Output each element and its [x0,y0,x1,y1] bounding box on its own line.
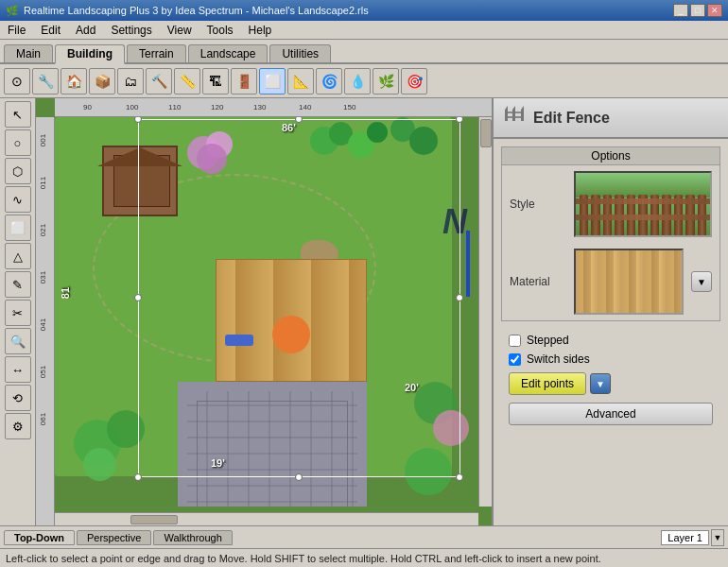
maximize-button[interactable]: □ [690,4,705,17]
titlebar-controls[interactable]: _ □ ✕ [673,4,722,17]
layer-dropdown[interactable]: ▼ [711,529,724,546]
tab-main[interactable]: Main [4,44,53,62]
tool-house[interactable]: 🏠 [61,68,87,94]
selection-dot-ml[interactable] [134,294,142,301]
tool-edit[interactable]: 🔧 [32,68,59,94]
canvas-container[interactable]: 90 100 110 120 130 140 150 001 011 021 0… [36,98,492,525]
tabbar: Main Building Terrain Landscape Utilitie… [0,40,728,64]
tool-select[interactable]: ⊙ [4,68,30,94]
tool-arrow[interactable]: ↖ [5,101,31,128]
selection-dot-mr[interactable] [456,294,463,301]
right-panel: Edit Fence Options Style [492,98,728,525]
selection-dot-bl[interactable] [134,473,142,481]
tool-measure[interactable]: 📏 [174,68,200,94]
tab-walkthrough[interactable]: Walkthrough [153,530,232,545]
style-preview[interactable] [574,171,712,237]
tool-move[interactable]: ↔ [5,356,31,383]
tool-door[interactable]: 🚪 [231,68,257,94]
selection-dot-tr[interactable] [456,117,463,123]
material-dropdown[interactable]: ▼ [691,271,712,292]
tool-target[interactable]: 🎯 [401,68,427,94]
tool-hammer[interactable]: 🔨 [146,68,172,94]
tool-zoom[interactable]: 🔍 [5,328,31,354]
material-preview[interactable] [574,249,684,315]
svg-rect-3 [512,110,515,121]
panel-content: Options Style [494,139,728,525]
switch-sides-checkbox[interactable] [509,353,521,366]
tool-corner[interactable]: 📐 [287,68,314,94]
house [178,382,367,507]
tree-green-4 [367,122,388,143]
hscroll-thumb[interactable] [130,515,178,524]
stepped-label[interactable]: Stepped [527,334,569,347]
menu-file[interactable]: File [4,24,29,37]
tab-utilities[interactable]: Utilities [269,44,331,62]
menu-settings[interactable]: Settings [107,24,155,37]
tool-plant[interactable]: 🌿 [373,68,399,94]
measure-bottom-label: 19' [211,457,225,469]
vscroll-thumb[interactable] [480,119,492,147]
main-area: ↖ ○ ⬡ ∿ ⬜ △ ✎ ✂ 🔍 ↔ ⟲ ⚙ 90 100 110 120 1… [0,98,728,525]
vscrollbar[interactable] [478,117,492,507]
fence-style-image [576,173,710,235]
menu-view[interactable]: View [164,24,196,37]
ruler-mark-l7: 061 [39,413,47,425]
selection-dot-br[interactable] [456,473,463,481]
landscape[interactable]: N 86' 81 19' 20' [55,117,492,507]
compass-north: N [442,202,467,242]
ruler-mark-l6: 051 [39,366,47,378]
svg-marker-5 [505,106,508,110]
tab-landscape[interactable]: Landscape [188,44,269,62]
tool-gear[interactable]: ⚙ [5,413,31,439]
close-button[interactable]: ✕ [707,4,722,17]
svg-marker-6 [512,106,515,110]
menu-edit[interactable]: Edit [37,24,64,37]
svg-rect-4 [521,110,524,121]
tab-perspective[interactable]: Perspective [77,530,151,545]
menu-add[interactable]: Add [72,24,99,37]
tool-circle[interactable]: ○ [5,129,31,156]
ruler-mark-100: 100 [126,103,138,112]
menu-tools[interactable]: Tools [203,24,237,37]
panel-title: Edit Fence [533,110,610,127]
bush-bl-3 [83,448,116,481]
layer-label: Layer 1 [661,530,709,545]
tree-green-6 [409,127,438,155]
tool-water[interactable]: 💧 [344,68,371,94]
app-icon: 🌿 [6,5,19,17]
tool-hex[interactable]: ⬡ [5,158,31,184]
tool-pen[interactable]: ✎ [5,271,31,298]
selection-dot-bm[interactable] [295,473,303,481]
tab-topdown[interactable]: Top-Down [4,530,75,545]
tool-build[interactable]: 🏗 [202,68,229,94]
tool-triangle[interactable]: △ [5,243,31,269]
ruler-left: 001 011 021 031 041 051 061 [36,117,55,525]
tool-rotate[interactable]: ⟲ [5,385,31,411]
material-row: Material ▼ [502,243,719,320]
ruler-mark-140: 140 [299,103,311,112]
tool-wave[interactable]: ∿ [5,186,31,213]
tool-fence[interactable]: ⬜ [259,68,286,94]
ruler-mark-90: 90 [83,103,92,112]
tool-rect[interactable]: ⬜ [5,215,31,241]
ruler-mark-l3: 021 [39,224,47,236]
tab-building[interactable]: Building [55,44,125,64]
shed [102,146,178,216]
advanced-button[interactable]: Advanced [509,403,713,425]
tool-folder[interactable]: 🗂 [117,68,144,94]
tool-spiral[interactable]: 🌀 [316,68,342,94]
switch-sides-label[interactable]: Switch sides [527,352,590,366]
edit-points-button[interactable]: Edit points [509,372,586,395]
options-label: Options [502,147,719,165]
edit-points-row: Edit points ▼ [501,369,720,399]
stepped-checkbox[interactable] [509,335,521,347]
tool-box[interactable]: 📦 [89,68,115,94]
menu-help[interactable]: Help [245,24,276,37]
title-text: Realtime Landscaping Plus 3 by Idea Spec… [24,5,369,16]
minimize-button[interactable]: _ [673,4,688,17]
tab-terrain[interactable]: Terrain [127,44,186,62]
hscrollbar[interactable] [55,512,478,525]
tool-scissors[interactable]: ✂ [5,300,31,326]
ruler-mark-l5: 041 [39,318,47,331]
edit-points-dropdown[interactable]: ▼ [590,373,611,394]
